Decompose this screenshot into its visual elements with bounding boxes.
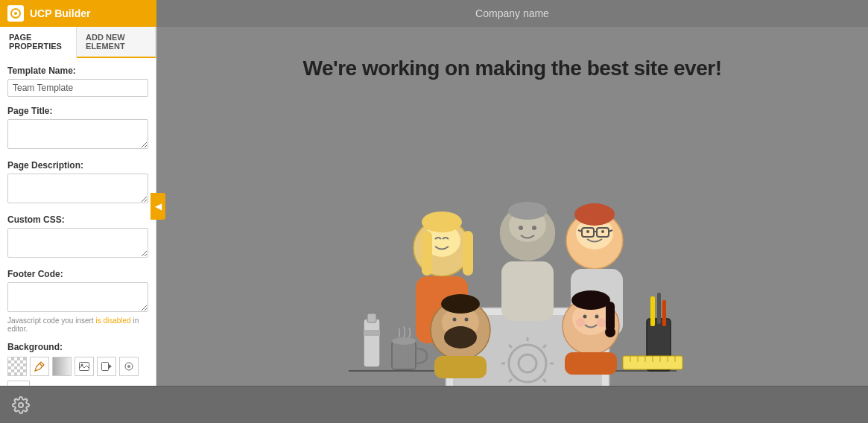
svg-rect-5 bbox=[102, 363, 109, 371]
svg-rect-40 bbox=[463, 231, 473, 276]
svg-point-62 bbox=[595, 315, 598, 319]
footer-helper-text: Javascript code you insert is disabled i… bbox=[7, 317, 148, 333]
svg-rect-10 bbox=[364, 319, 380, 367]
color-dropdown-arrow[interactable]: ▼ bbox=[33, 385, 40, 387]
page-title-label: Page Title: bbox=[7, 106, 148, 116]
svg-point-48 bbox=[586, 230, 589, 233]
custom-css-group: Custom CSS: bbox=[7, 214, 148, 260]
svg-rect-13 bbox=[392, 341, 416, 369]
sidebar-collapse-toggle[interactable]: ◀ bbox=[151, 193, 165, 220]
svg-point-64 bbox=[597, 318, 606, 327]
svg-marker-6 bbox=[109, 364, 112, 369]
svg-rect-71 bbox=[657, 293, 661, 324]
svg-rect-12 bbox=[364, 330, 380, 336]
template-name-label: Template Name: bbox=[7, 66, 148, 76]
svg-point-56 bbox=[444, 326, 477, 349]
page-title-group: Page Title: bbox=[7, 106, 148, 151]
bottom-bar bbox=[0, 386, 868, 423]
page-title-input[interactable] bbox=[7, 119, 148, 149]
company-name-text: Company name bbox=[475, 7, 549, 19]
svg-point-58 bbox=[441, 294, 480, 314]
sidebar: Page Properties Add New Element Template… bbox=[0, 27, 156, 386]
main-area: Page Properties Add New Element Template… bbox=[0, 27, 868, 386]
template-name-group: Template Name: bbox=[7, 66, 148, 97]
main-heading: We're working on making the best site ev… bbox=[303, 57, 722, 80]
svg-point-51 bbox=[574, 203, 615, 226]
svg-point-66 bbox=[571, 290, 610, 310]
footer-code-group: Footer Code: Javascript code you insert … bbox=[7, 269, 148, 333]
svg-rect-57 bbox=[434, 356, 487, 378]
background-options bbox=[7, 357, 148, 376]
settings-button[interactable] bbox=[9, 393, 33, 417]
svg-point-34 bbox=[508, 202, 547, 220]
top-bar-left: UCP Builder bbox=[0, 5, 156, 22]
footer-helper-link[interactable]: is disabled bbox=[95, 317, 130, 325]
svg-point-14 bbox=[392, 337, 416, 345]
page-description-label: Page Description: bbox=[7, 160, 148, 171]
svg-line-2 bbox=[39, 363, 42, 366]
page-description-group: Page Description: bbox=[7, 160, 148, 206]
svg-point-61 bbox=[583, 315, 586, 319]
bg-pattern-btn[interactable] bbox=[119, 357, 139, 376]
svg-point-81 bbox=[19, 403, 23, 407]
svg-rect-33 bbox=[501, 261, 554, 321]
page-description-input[interactable] bbox=[7, 174, 148, 203]
footer-helper-prefix: Javascript code you insert bbox=[7, 317, 94, 325]
svg-point-63 bbox=[576, 318, 585, 327]
footer-code-input[interactable] bbox=[7, 282, 148, 312]
svg-rect-65 bbox=[565, 352, 617, 375]
svg-rect-72 bbox=[662, 300, 666, 326]
color-swatch[interactable] bbox=[7, 381, 30, 386]
bg-transparent-btn[interactable] bbox=[7, 357, 27, 376]
svg-rect-70 bbox=[650, 296, 655, 326]
app-logo-icon bbox=[7, 5, 24, 22]
svg-point-1 bbox=[14, 12, 17, 15]
svg-point-55 bbox=[464, 318, 468, 322]
footer-code-label: Footer Code: bbox=[7, 269, 148, 279]
svg-point-31 bbox=[519, 226, 523, 230]
tab-page-properties[interactable]: Page Properties bbox=[0, 27, 77, 58]
svg-point-8 bbox=[127, 365, 130, 368]
svg-rect-39 bbox=[422, 231, 432, 276]
template-name-input[interactable] bbox=[7, 79, 148, 97]
svg-point-68 bbox=[605, 327, 615, 337]
sidebar-tabs: Page Properties Add New Element bbox=[0, 27, 156, 58]
background-group: Background: bbox=[7, 342, 148, 386]
svg-point-49 bbox=[601, 230, 604, 233]
bg-video-btn[interactable] bbox=[97, 357, 116, 376]
company-name-display: Company name bbox=[156, 0, 868, 27]
bg-color-btn[interactable] bbox=[30, 357, 49, 376]
bg-image-btn[interactable] bbox=[75, 357, 94, 376]
page-canvas: We're working on making the best site ev… bbox=[156, 27, 868, 386]
bg-gradient-btn[interactable] bbox=[52, 357, 72, 376]
svg-point-32 bbox=[532, 226, 536, 230]
tab-add-new-element[interactable]: Add New Element bbox=[77, 27, 156, 57]
app-title: UCP Builder bbox=[30, 7, 90, 19]
custom-css-label: Custom CSS: bbox=[7, 214, 148, 225]
color-row: ▼ bbox=[7, 381, 148, 386]
sidebar-content: Template Name: Page Title: Page Descript… bbox=[0, 58, 156, 386]
custom-css-input[interactable] bbox=[7, 228, 148, 258]
illustration bbox=[156, 88, 868, 386]
svg-point-38 bbox=[422, 212, 462, 232]
content-area[interactable]: We're working on making the best site ev… bbox=[156, 27, 868, 386]
background-label: Background: bbox=[7, 342, 148, 352]
svg-rect-11 bbox=[367, 314, 376, 322]
sidebar-wrapper: Page Properties Add New Element Template… bbox=[0, 27, 156, 386]
svg-point-54 bbox=[452, 318, 456, 322]
top-bar: UCP Builder Company name bbox=[0, 0, 868, 27]
